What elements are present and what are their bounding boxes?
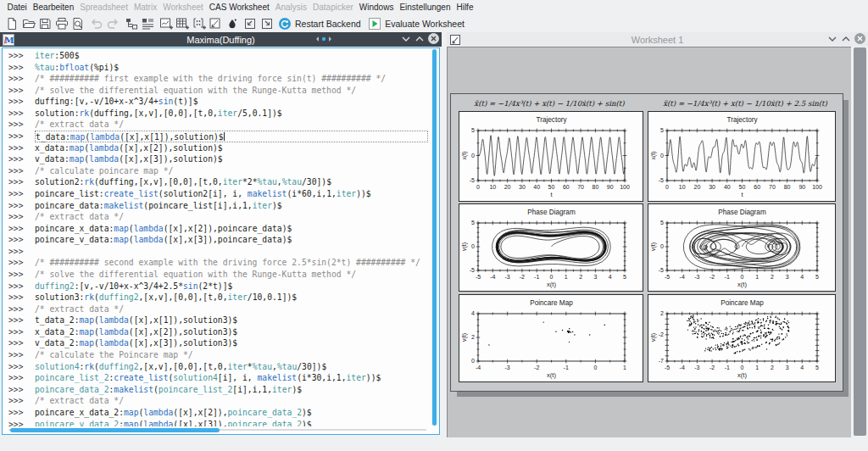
console-hscrollbar-track[interactable] [3,426,430,433]
new-worksheet-button[interactable] [159,16,173,31]
new-spreadsheet-button[interactable] [175,16,189,31]
new-worksheet-icon [159,17,173,31]
maxima-console[interactable]: >>>iter:500$>>>%tau:bfloat(%pi)$>>>/* ##… [2,47,440,435]
svg-text:5: 5 [815,274,819,280]
menu-item-bearbeiten[interactable]: Bearbeiten [30,3,76,12]
svg-text:0: 0 [471,358,475,364]
svg-text:2: 2 [660,310,664,316]
svg-text:-7: -7 [659,358,664,364]
dock-close-icon[interactable] [854,32,866,47]
console-line: >>>solution3:rk(duffing2,[x,v],[0,0],[t,… [8,292,430,303]
dock-close-icon[interactable] [427,32,440,47]
svg-text:-5: -5 [659,177,664,183]
svg-text:-3: -3 [694,365,699,370]
console-line: >>>poincare_data:makelist(poincare_list[… [8,200,430,212]
restart-backend-button[interactable]: Restart Backend [278,16,364,31]
svg-text:5: 5 [471,127,475,133]
plot-trajectory-2[interactable]: 010203040506070809010050-5Trajectorytx(t… [648,111,836,202]
plot-trajectory-1[interactable]: 010203040506070809010050-5Trajectorytx(t… [459,111,643,202]
open-folder-button[interactable] [22,16,36,31]
plot-poincare-map-2[interactable]: -5-4-3-2-10123452-2-7Poincare Mapx(t)v(t… [648,294,836,382]
svg-text:4: 4 [800,365,804,370]
menu-item-datei[interactable]: Datei [4,3,30,12]
svg-text:-5: -5 [665,365,670,370]
svg-text:-2: -2 [520,274,525,280]
project-explorer-button[interactable] [125,16,138,31]
dock-float-icon[interactable] [400,33,412,47]
menu-item-cas-worksheet[interactable]: CAS Worksheet [206,3,272,12]
evaluate-worksheet-button[interactable]: Evaluate Worksheet [368,16,467,31]
menu-item-windows[interactable]: Windows [356,3,397,12]
console-hscrollbar[interactable] [10,428,220,432]
console-prompt: >>> [8,176,35,188]
svg-text:Phase Diagram: Phase Diagram [527,209,576,216]
menu-item-hilfe[interactable]: Hilfe [453,3,476,12]
console-line: >>>/* ########## first example with the … [8,73,430,85]
worksheet-vscrollbar[interactable] [854,47,866,436]
new-document-button[interactable] [5,16,19,31]
save-button[interactable] [38,16,52,31]
console-prompt: >>> [8,131,35,142]
console-prompt: >>> [8,73,35,85]
plot-phase-diagram-1[interactable]: -5-4-3-2-101234550-5Phase Diagramx(t)v(t… [459,203,643,292]
console-line: >>>duffing2:[v,-v/10+x-x^3/4+2.5*sin(2*t… [8,281,430,292]
menu-item-worksheet: Worksheet [160,3,207,12]
plot-equation-title-1: ẍ(t) = −1/4x³(t) + x(t) − 1/10ẋ(t) + sin… [451,96,648,110]
console-prompt: >>> [8,337,35,349]
left-dock-title: Maxima(Duffing) [0,35,442,45]
svg-text:5: 5 [815,365,819,370]
new-datapicker-button[interactable] [209,16,222,31]
console-prompt: >>> [8,50,35,62]
right-dock-titlebar[interactable]: Worksheet 1 [447,32,868,47]
dock-float-icon[interactable] [826,33,838,47]
console-prompt: >>> [8,246,35,258]
svg-text:v(t): v(t) [650,242,657,251]
print-button[interactable] [55,16,69,31]
svg-text:Poincare Map: Poincare Map [530,299,573,307]
console-line: >>>/* extract data */ [8,119,430,131]
console-prompt: >>> [8,200,35,212]
export-file-button[interactable] [260,16,274,31]
svg-text:40: 40 [533,184,540,190]
console-line: >>>iter:500$ [8,50,430,62]
dock-collapse-icon[interactable] [840,33,852,47]
dock-collapse-icon[interactable] [414,33,426,47]
worksheet-vscrollbar-track[interactable] [852,47,868,451]
svg-text:4: 4 [609,274,612,280]
new-note-icon [225,17,239,31]
worksheet-page[interactable]: ẍ(t) = −1/4x³(t) + x(t) − 1/10ẋ(t) + sin… [450,93,843,392]
console-line: >>>/* extract data */ [8,303,430,315]
redo-icon [106,17,120,31]
properties-explorer-button[interactable] [141,16,154,31]
svg-text:x(t): x(t) [737,371,747,379]
plot-poincare-map-1[interactable]: -4-3-2-101420Poincare Mapx(t)v(t) [459,294,643,382]
new-matrix-button[interactable] [192,16,206,31]
new-note-button[interactable] [225,16,239,31]
save-icon [38,17,52,31]
console-prompt: >>> [8,326,35,338]
dock-drag-handle-icon[interactable] [314,34,334,46]
project-explorer-icon [125,17,138,31]
svg-text:x(t): x(t) [547,281,556,288]
console-prompt: >>> [8,281,35,292]
console-line: >>>v_data_2:map(lambda([x],x[3]),solutio… [8,337,430,349]
svg-text:-5: -5 [470,267,475,273]
svg-text:50: 50 [548,184,555,190]
console-prompt: >>> [8,96,35,108]
new-datapicker-icon [209,17,222,31]
menu-item-spreadsheet: Spreadsheet [77,3,131,12]
svg-text:-3: -3 [504,365,509,370]
left-dock-titlebar[interactable]: M Maxima(Duffing) [0,32,442,47]
console-vscrollbar[interactable] [432,49,437,426]
plot-phase-diagram-2[interactable]: -5-4-3-2-101234550-5Phase Diagramx(t)v(t… [648,203,836,292]
import-file-button[interactable] [243,16,257,31]
properties-explorer-icon [141,17,154,31]
menu-item-einstellungen[interactable]: Einstellungen [397,3,453,12]
print-preview-button[interactable] [71,16,85,31]
svg-text:x(t): x(t) [547,371,556,379]
svg-text:-2: -2 [709,274,715,280]
console-prompt: >>> [8,165,35,177]
svg-text:2: 2 [579,274,582,280]
svg-text:-2: -2 [659,331,664,337]
svg-text:Phase Diagram: Phase Diagram [718,209,766,216]
